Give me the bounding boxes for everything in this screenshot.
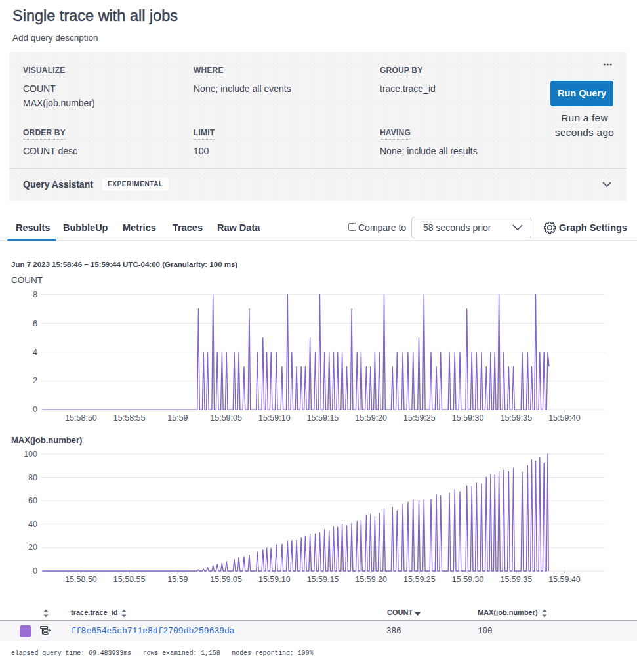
svg-text:80: 80 (28, 473, 37, 482)
svg-text:6: 6 (33, 319, 37, 328)
svg-text:15:58:50: 15:58:50 (65, 413, 97, 423)
svg-text:15:58:55: 15:58:55 (113, 575, 146, 584)
svg-text:15:59:40: 15:59:40 (548, 413, 581, 423)
svg-text:2: 2 (33, 376, 37, 385)
svg-text:15:58:50: 15:58:50 (65, 575, 97, 584)
svg-text:15:59: 15:59 (167, 575, 188, 584)
svg-text:15:59:40: 15:59:40 (548, 575, 581, 584)
svg-text:60: 60 (28, 496, 37, 505)
svg-text:20: 20 (28, 543, 37, 552)
svg-text:15:59:25: 15:59:25 (403, 575, 436, 584)
svg-text:15:59:20: 15:59:20 (355, 413, 387, 423)
svg-text:15:59:25: 15:59:25 (403, 413, 436, 423)
svg-text:15:59:05: 15:59:05 (210, 413, 242, 423)
svg-text:4: 4 (33, 348, 37, 357)
svg-text:0: 0 (33, 405, 37, 414)
svg-text:15:59:15: 15:59:15 (307, 413, 339, 423)
svg-text:15:59:30: 15:59:30 (452, 413, 484, 423)
svg-text:15:59:10: 15:59:10 (258, 575, 291, 584)
svg-text:8: 8 (33, 290, 37, 299)
svg-text:40: 40 (28, 520, 37, 529)
svg-text:15:59:05: 15:59:05 (210, 575, 242, 584)
svg-text:0: 0 (33, 566, 37, 576)
svg-text:15:59:20: 15:59:20 (355, 575, 387, 584)
svg-text:15:59:10: 15:59:10 (258, 413, 291, 423)
svg-text:15:59:15: 15:59:15 (307, 575, 339, 584)
svg-text:15:59:30: 15:59:30 (452, 575, 484, 584)
svg-text:100: 100 (24, 450, 37, 459)
svg-text:15:59: 15:59 (167, 413, 188, 423)
svg-text:15:58:55: 15:58:55 (113, 413, 146, 423)
svg-text:15:59:35: 15:59:35 (500, 413, 532, 423)
svg-text:15:59:35: 15:59:35 (500, 575, 532, 584)
